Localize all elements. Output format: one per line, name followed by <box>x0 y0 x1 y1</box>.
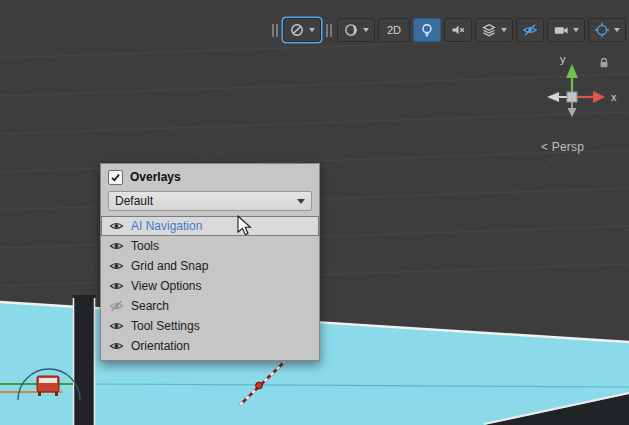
overlay-item-label: Orientation <box>131 339 190 353</box>
lock-icon[interactable] <box>598 57 611 69</box>
overlays-title: Overlays <box>130 170 181 184</box>
axis-y-cone <box>566 64 578 78</box>
overlay-item-search[interactable]: Search <box>101 296 319 316</box>
overlay-preset-value: Default <box>115 194 153 208</box>
chevron-down-icon <box>363 28 369 32</box>
overlays-header: Overlays <box>101 164 319 188</box>
overlay-menu-button[interactable] <box>283 18 321 42</box>
camera-icon <box>553 22 569 38</box>
scene-visibility-button[interactable] <box>516 18 544 42</box>
collapse-gizmo-glyph[interactable]: < <box>541 140 548 154</box>
overlays-panel: Overlays Default AI Navigation Tools Gri… <box>100 163 320 361</box>
audio-mute-icon <box>450 22 466 38</box>
toolbar-drag-handle[interactable] <box>272 24 278 37</box>
overlays-enabled-checkbox[interactable] <box>108 170 123 185</box>
axis-y-label: y <box>560 53 566 65</box>
axis-x-label: x <box>611 91 617 103</box>
eye-icon[interactable] <box>109 260 124 272</box>
chevron-down-icon <box>614 28 620 32</box>
axis-x-cone <box>593 91 605 103</box>
overlay-item-view-options[interactable]: View Options <box>101 276 319 296</box>
projection-label[interactable]: < Persp <box>541 140 584 154</box>
chevron-down-icon <box>297 199 305 204</box>
path-endpoint <box>256 382 263 389</box>
overlay-menu-icon <box>289 22 305 38</box>
view-2d-button[interactable]: 2D <box>378 18 410 42</box>
overlay-preset-dropdown[interactable]: Default <box>108 191 312 211</box>
scene-lighting-button[interactable] <box>413 18 441 42</box>
chevron-down-icon <box>309 28 315 32</box>
toolbar-drag-handle[interactable] <box>326 24 332 37</box>
overlay-item-label: View Options <box>131 279 201 293</box>
audio-toggle-button[interactable] <box>444 18 472 42</box>
eye-icon[interactable] <box>109 240 124 252</box>
overlay-item-ai-navigation[interactable]: AI Navigation <box>101 216 319 236</box>
axis-neg-x-cone <box>547 92 559 102</box>
overlay-item-grid-and-snap[interactable]: Grid and Snap <box>101 256 319 276</box>
axis-neg-y-cone <box>568 108 577 117</box>
crosshair-icon <box>594 22 610 38</box>
eye-off-icon[interactable] <box>109 300 124 312</box>
eye-icon[interactable] <box>109 340 124 352</box>
overlay-item-label: AI Navigation <box>131 219 202 233</box>
shaded-sphere-icon <box>343 22 359 38</box>
eye-icon[interactable] <box>109 220 124 232</box>
mouse-cursor <box>237 215 253 237</box>
draw-mode-button[interactable] <box>337 18 375 42</box>
unity-scene-view[interactable]: 2D <box>0 0 629 425</box>
eye-icon[interactable] <box>109 320 124 332</box>
scene-toolbar: 2D <box>270 18 626 42</box>
orientation-gizmo[interactable]: y x <box>533 50 625 130</box>
overlay-item-label: Tools <box>131 239 159 253</box>
camera-settings-button[interactable] <box>547 18 585 42</box>
overlay-item-tools[interactable]: Tools <box>101 236 319 256</box>
effects-layers-icon <box>481 22 497 38</box>
overlay-item-orientation[interactable]: Orientation <box>101 336 319 356</box>
chevron-down-icon <box>501 28 507 32</box>
overlay-item-label: Tool Settings <box>131 319 200 333</box>
eye-slash-icon <box>522 22 538 38</box>
eye-icon[interactable] <box>109 280 124 292</box>
overlay-item-tool-settings[interactable]: Tool Settings <box>101 316 319 336</box>
gizmos-button[interactable] <box>588 18 626 42</box>
wall <box>73 295 95 425</box>
chevron-down-icon <box>573 28 579 32</box>
overlay-item-label: Search <box>131 299 169 313</box>
light-bulb-icon <box>419 22 435 38</box>
effects-button[interactable] <box>475 18 513 42</box>
gizmo-center-cube <box>567 92 577 102</box>
projection-mode-text: Persp <box>552 140 584 154</box>
overlay-item-label: Grid and Snap <box>131 259 208 273</box>
view-2d-label: 2D <box>384 24 404 36</box>
